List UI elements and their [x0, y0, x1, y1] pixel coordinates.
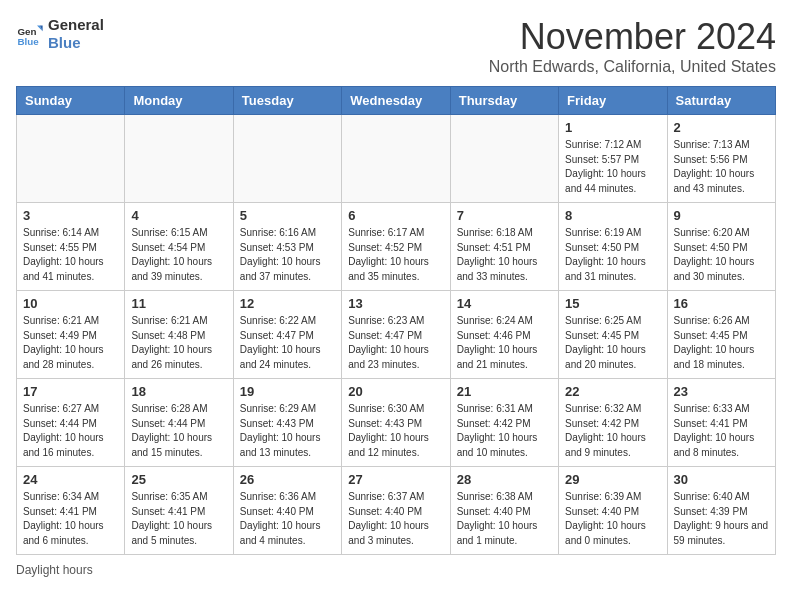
calendar-day-header: Sunday — [17, 87, 125, 115]
cell-info: Sunrise: 6:37 AMSunset: 4:40 PMDaylight:… — [348, 490, 443, 548]
cell-info: Sunrise: 6:26 AMSunset: 4:45 PMDaylight:… — [674, 314, 769, 372]
day-number: 21 — [457, 384, 552, 399]
calendar-cell: 16Sunrise: 6:26 AMSunset: 4:45 PMDayligh… — [667, 291, 775, 379]
calendar-cell: 20Sunrise: 6:30 AMSunset: 4:43 PMDayligh… — [342, 379, 450, 467]
logo-blue: Blue — [48, 34, 104, 52]
svg-text:Blue: Blue — [17, 36, 39, 47]
calendar-cell: 11Sunrise: 6:21 AMSunset: 4:48 PMDayligh… — [125, 291, 233, 379]
day-number: 23 — [674, 384, 769, 399]
day-number: 14 — [457, 296, 552, 311]
calendar-cell — [233, 115, 341, 203]
day-number: 11 — [131, 296, 226, 311]
cell-info: Sunrise: 6:17 AMSunset: 4:52 PMDaylight:… — [348, 226, 443, 284]
cell-info: Sunrise: 6:18 AMSunset: 4:51 PMDaylight:… — [457, 226, 552, 284]
cell-info: Sunrise: 6:27 AMSunset: 4:44 PMDaylight:… — [23, 402, 118, 460]
daylight-label: Daylight hours — [16, 563, 93, 577]
calendar-day-header: Friday — [559, 87, 667, 115]
calendar-cell: 17Sunrise: 6:27 AMSunset: 4:44 PMDayligh… — [17, 379, 125, 467]
cell-info: Sunrise: 6:23 AMSunset: 4:47 PMDaylight:… — [348, 314, 443, 372]
calendar-cell: 3Sunrise: 6:14 AMSunset: 4:55 PMDaylight… — [17, 203, 125, 291]
day-number: 25 — [131, 472, 226, 487]
calendar-cell: 6Sunrise: 6:17 AMSunset: 4:52 PMDaylight… — [342, 203, 450, 291]
day-number: 20 — [348, 384, 443, 399]
calendar-cell: 21Sunrise: 6:31 AMSunset: 4:42 PMDayligh… — [450, 379, 558, 467]
calendar-day-header: Saturday — [667, 87, 775, 115]
location-title: North Edwards, California, United States — [489, 58, 776, 76]
calendar-cell — [342, 115, 450, 203]
cell-info: Sunrise: 6:39 AMSunset: 4:40 PMDaylight:… — [565, 490, 660, 548]
day-number: 10 — [23, 296, 118, 311]
cell-info: Sunrise: 6:21 AMSunset: 4:48 PMDaylight:… — [131, 314, 226, 372]
cell-info: Sunrise: 7:12 AMSunset: 5:57 PMDaylight:… — [565, 138, 660, 196]
cell-info: Sunrise: 6:21 AMSunset: 4:49 PMDaylight:… — [23, 314, 118, 372]
calendar-cell: 27Sunrise: 6:37 AMSunset: 4:40 PMDayligh… — [342, 467, 450, 555]
calendar-day-header: Wednesday — [342, 87, 450, 115]
calendar-cell: 14Sunrise: 6:24 AMSunset: 4:46 PMDayligh… — [450, 291, 558, 379]
calendar-cell: 1Sunrise: 7:12 AMSunset: 5:57 PMDaylight… — [559, 115, 667, 203]
calendar-cell: 10Sunrise: 6:21 AMSunset: 4:49 PMDayligh… — [17, 291, 125, 379]
calendar-day-header: Thursday — [450, 87, 558, 115]
calendar-cell — [17, 115, 125, 203]
calendar-cell: 5Sunrise: 6:16 AMSunset: 4:53 PMDaylight… — [233, 203, 341, 291]
cell-info: Sunrise: 6:15 AMSunset: 4:54 PMDaylight:… — [131, 226, 226, 284]
calendar-cell: 29Sunrise: 6:39 AMSunset: 4:40 PMDayligh… — [559, 467, 667, 555]
day-number: 2 — [674, 120, 769, 135]
day-number: 28 — [457, 472, 552, 487]
day-number: 6 — [348, 208, 443, 223]
calendar-day-header: Tuesday — [233, 87, 341, 115]
calendar-cell: 30Sunrise: 6:40 AMSunset: 4:39 PMDayligh… — [667, 467, 775, 555]
cell-info: Sunrise: 6:19 AMSunset: 4:50 PMDaylight:… — [565, 226, 660, 284]
day-number: 29 — [565, 472, 660, 487]
calendar-week-row: 24Sunrise: 6:34 AMSunset: 4:41 PMDayligh… — [17, 467, 776, 555]
cell-info: Sunrise: 6:36 AMSunset: 4:40 PMDaylight:… — [240, 490, 335, 548]
logo-general: General — [48, 16, 104, 34]
cell-info: Sunrise: 6:28 AMSunset: 4:44 PMDaylight:… — [131, 402, 226, 460]
calendar-header-row: SundayMondayTuesdayWednesdayThursdayFrid… — [17, 87, 776, 115]
cell-info: Sunrise: 6:33 AMSunset: 4:41 PMDaylight:… — [674, 402, 769, 460]
calendar-cell — [450, 115, 558, 203]
logo: Gen Blue General Blue — [16, 16, 104, 52]
cell-info: Sunrise: 6:16 AMSunset: 4:53 PMDaylight:… — [240, 226, 335, 284]
calendar-table: SundayMondayTuesdayWednesdayThursdayFrid… — [16, 86, 776, 555]
day-number: 4 — [131, 208, 226, 223]
cell-info: Sunrise: 6:20 AMSunset: 4:50 PMDaylight:… — [674, 226, 769, 284]
day-number: 18 — [131, 384, 226, 399]
calendar-cell: 2Sunrise: 7:13 AMSunset: 5:56 PMDaylight… — [667, 115, 775, 203]
cell-info: Sunrise: 6:35 AMSunset: 4:41 PMDaylight:… — [131, 490, 226, 548]
calendar-cell: 25Sunrise: 6:35 AMSunset: 4:41 PMDayligh… — [125, 467, 233, 555]
day-number: 5 — [240, 208, 335, 223]
month-title: November 2024 — [489, 16, 776, 58]
cell-info: Sunrise: 6:24 AMSunset: 4:46 PMDaylight:… — [457, 314, 552, 372]
day-number: 24 — [23, 472, 118, 487]
calendar-cell: 8Sunrise: 6:19 AMSunset: 4:50 PMDaylight… — [559, 203, 667, 291]
cell-info: Sunrise: 6:25 AMSunset: 4:45 PMDaylight:… — [565, 314, 660, 372]
cell-info: Sunrise: 6:14 AMSunset: 4:55 PMDaylight:… — [23, 226, 118, 284]
day-number: 19 — [240, 384, 335, 399]
calendar-cell: 4Sunrise: 6:15 AMSunset: 4:54 PMDaylight… — [125, 203, 233, 291]
calendar-day-header: Monday — [125, 87, 233, 115]
calendar-cell: 18Sunrise: 6:28 AMSunset: 4:44 PMDayligh… — [125, 379, 233, 467]
calendar-cell — [125, 115, 233, 203]
cell-info: Sunrise: 6:22 AMSunset: 4:47 PMDaylight:… — [240, 314, 335, 372]
calendar-cell: 23Sunrise: 6:33 AMSunset: 4:41 PMDayligh… — [667, 379, 775, 467]
calendar-week-row: 10Sunrise: 6:21 AMSunset: 4:49 PMDayligh… — [17, 291, 776, 379]
calendar-cell: 22Sunrise: 6:32 AMSunset: 4:42 PMDayligh… — [559, 379, 667, 467]
cell-info: Sunrise: 6:34 AMSunset: 4:41 PMDaylight:… — [23, 490, 118, 548]
cell-info: Sunrise: 6:32 AMSunset: 4:42 PMDaylight:… — [565, 402, 660, 460]
day-number: 22 — [565, 384, 660, 399]
day-number: 15 — [565, 296, 660, 311]
day-number: 30 — [674, 472, 769, 487]
cell-info: Sunrise: 6:29 AMSunset: 4:43 PMDaylight:… — [240, 402, 335, 460]
logo-icon: Gen Blue — [16, 20, 44, 48]
cell-info: Sunrise: 7:13 AMSunset: 5:56 PMDaylight:… — [674, 138, 769, 196]
page-header: Gen Blue General Blue November 2024 Nort… — [16, 16, 776, 76]
title-area: November 2024 North Edwards, California,… — [489, 16, 776, 76]
day-number: 3 — [23, 208, 118, 223]
cell-info: Sunrise: 6:31 AMSunset: 4:42 PMDaylight:… — [457, 402, 552, 460]
calendar-week-row: 3Sunrise: 6:14 AMSunset: 4:55 PMDaylight… — [17, 203, 776, 291]
day-number: 16 — [674, 296, 769, 311]
daylight-footer: Daylight hours — [16, 563, 776, 577]
calendar-cell: 26Sunrise: 6:36 AMSunset: 4:40 PMDayligh… — [233, 467, 341, 555]
cell-info: Sunrise: 6:30 AMSunset: 4:43 PMDaylight:… — [348, 402, 443, 460]
calendar-cell: 24Sunrise: 6:34 AMSunset: 4:41 PMDayligh… — [17, 467, 125, 555]
